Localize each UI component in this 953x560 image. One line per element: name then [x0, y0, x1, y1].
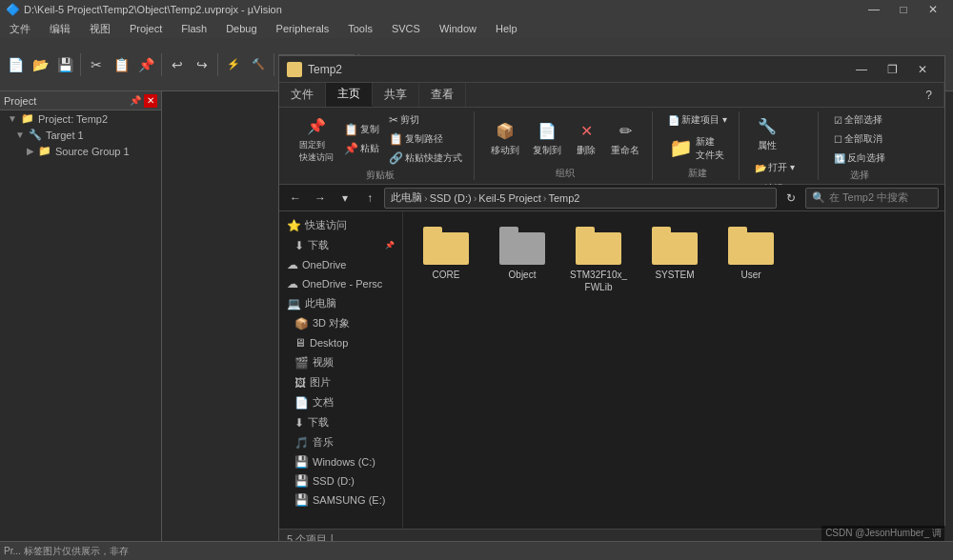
paste-btn-ribbon[interactable]: 📌 粘贴 [340, 140, 383, 157]
cloud-icon: ☁ [287, 277, 298, 290]
folder-body [499, 232, 545, 265]
nav-label: 文档 [313, 395, 334, 410]
copy-icon: 📋 [344, 123, 358, 136]
menu-help[interactable]: Help [490, 23, 523, 34]
paste-btn[interactable]: 📌 [134, 53, 157, 76]
copy-btn[interactable]: 📋 [110, 53, 132, 76]
open-btn[interactable]: 📂 [29, 53, 51, 76]
deselect-icon: ☐ [834, 134, 842, 145]
tree-source-group[interactable]: ▶ 📁 Source Group 1 [0, 143, 161, 159]
move-to-btn[interactable]: 📦 移动到 [486, 116, 524, 160]
menu-peripherals[interactable]: Peripherals [271, 23, 335, 34]
nav-downloads[interactable]: ⬇ 下载 📌 [279, 235, 402, 255]
folder-icon: 📁 [669, 136, 692, 159]
clipboard-buttons: 📌 固定到快速访问 📋 复制 📌 粘贴 [294, 111, 466, 167]
file-grid: CORE Object STM32F10x_FWLib [413, 221, 935, 299]
menu-view[interactable]: 视图 [84, 22, 116, 36]
panel-close-btn[interactable]: ✕ [144, 94, 157, 108]
cut-btn-ribbon[interactable]: ✂ 剪切 [385, 111, 466, 129]
new-file-btn[interactable]: 📄 [4, 53, 27, 76]
nav-windows-c[interactable]: 💾 Windows (C:) [279, 452, 402, 471]
save-btn[interactable]: 💾 [53, 53, 76, 76]
file-item[interactable]: User [718, 221, 784, 299]
menu-edit[interactable]: 编辑 [44, 22, 76, 36]
tree-root[interactable]: ▼ 📁 Project: Temp2 [0, 110, 161, 127]
file-label: SYSTEM [655, 269, 694, 281]
nav-downloads2[interactable]: ⬇ 下载 [279, 412, 402, 432]
select-all-icon: ☑ [834, 115, 842, 126]
rename-btn[interactable]: ✏ 重命名 [606, 116, 644, 160]
ribbon-open-group: 🔧 属性 📂 打开 ▾ ✏ 编辑 🕒 历史记录 [743, 111, 819, 180]
select-all-btn[interactable]: ☑ 全部选择 [830, 111, 886, 129]
open-btn-ribbon[interactable]: 📂 打开 ▾ [751, 159, 799, 176]
expand-arrow: ▼ [8, 113, 17, 124]
file-item[interactable]: Object [489, 221, 556, 299]
cut-btn[interactable]: ✂ [85, 53, 108, 76]
nav-this-pc[interactable]: 💻 此电脑 [279, 293, 402, 313]
new-folder-btn[interactable]: 📁 新建 文件夹 [664, 132, 729, 165]
tab-help[interactable]: ? [914, 83, 944, 107]
clipboard-label: 剪贴板 [366, 169, 395, 182]
tab-view[interactable]: 查看 [419, 83, 466, 107]
picture-icon: 🖼 [294, 376, 306, 390]
tree-target[interactable]: ▼ 🔧 Target 1 [0, 127, 161, 143]
up-btn[interactable]: ↑ [359, 188, 380, 209]
tab-share[interactable]: 共享 [373, 83, 419, 107]
nav-desktop[interactable]: 🖥 Desktop [279, 333, 402, 352]
copy-to-btn[interactable]: 📄 复制到 [528, 116, 566, 160]
paste-shortcut-btn[interactable]: 🔗 粘贴快捷方式 [385, 150, 466, 167]
menu-debug[interactable]: Debug [220, 23, 262, 34]
recent-btn[interactable]: ▾ [335, 188, 355, 209]
nav-music[interactable]: 🎵 音乐 [279, 432, 402, 452]
file-item[interactable]: CORE [413, 221, 479, 299]
nav-quick-access[interactable]: ⭐ 快速访问 [279, 215, 402, 235]
exp-restore-btn[interactable]: ❐ [878, 56, 906, 83]
menu-window[interactable]: Window [434, 23, 482, 34]
nav-documents[interactable]: 📄 文档 [279, 392, 402, 412]
nav-videos[interactable]: 🎬 视频 [279, 352, 402, 372]
menu-svcs[interactable]: SVCS [386, 23, 426, 34]
undo-btn[interactable]: ↩ [166, 53, 189, 76]
properties-btn[interactable]: 🔧 属性 [751, 111, 783, 155]
copy-path-btn[interactable]: 📋 复制路径 [385, 130, 466, 148]
exp-minimize-btn[interactable]: — [847, 56, 876, 83]
docs-icon: 📄 [294, 396, 309, 410]
nav-onedrive[interactable]: ☁ OneDrive [279, 255, 402, 274]
refresh-btn[interactable]: ↻ [781, 188, 801, 209]
pin-btn[interactable]: 📌 固定到快速访问 [294, 111, 338, 167]
3d-icon: 📦 [294, 317, 309, 330]
folder-icon: 📁 [38, 145, 51, 157]
forward-btn[interactable]: → [310, 188, 331, 209]
file-item[interactable]: STM32F10x_FWLib [565, 221, 632, 299]
nav-3d-objects[interactable]: 📦 3D 对象 [279, 313, 402, 333]
copy-btn-ribbon[interactable]: 📋 复制 [340, 121, 383, 138]
address-path[interactable]: 此电脑 › SSD (D:) › Keil-5 Project › Temp2 [384, 188, 777, 209]
search-box[interactable]: 🔍 在 Temp2 中搜索 [805, 188, 939, 209]
redo-btn[interactable]: ↪ [191, 53, 213, 76]
ribbon-tabs: 文件 主页 共享 查看 ? [279, 83, 944, 108]
back-btn[interactable]: ← [285, 188, 306, 209]
nav-onedrive-personal[interactable]: ☁ OneDrive - Persc [279, 274, 402, 293]
file-label: STM32F10x_FWLib [569, 269, 628, 293]
delete-btn[interactable]: ✕ 删除 [570, 116, 602, 160]
build-btn[interactable]: ⚡ [222, 53, 245, 76]
menu-file[interactable]: 文件 [4, 22, 36, 36]
rebuild-btn[interactable]: 🔨 [247, 53, 270, 76]
open-icon: 📂 [755, 163, 766, 173]
copy-to-icon: 📄 [536, 119, 558, 142]
menu-project[interactable]: Project [124, 23, 168, 34]
file-item[interactable]: SYSTEM [641, 221, 708, 299]
deselect-all-btn[interactable]: ☐ 全部取消 [830, 130, 886, 148]
panel-pin-btn[interactable]: 📌 [129, 94, 142, 108]
exp-close-btn[interactable]: ✕ [908, 56, 937, 83]
menu-tools[interactable]: Tools [342, 23, 378, 34]
tab-home[interactable]: 主页 [326, 83, 373, 107]
new-item-btn[interactable]: 📄 新建项目 ▾ [664, 111, 731, 129]
nav-label: 下载 [308, 415, 329, 430]
tab-file[interactable]: 文件 [279, 83, 326, 107]
nav-samsung-e[interactable]: 💾 SAMSUNG (E:) [279, 490, 402, 510]
nav-pictures[interactable]: 🖼 图片 [279, 372, 402, 392]
nav-ssd-d[interactable]: 💾 SSD (D:) [279, 471, 402, 490]
invert-selection-btn[interactable]: 🔃 反向选择 [830, 150, 889, 167]
menu-flash[interactable]: Flash [175, 23, 213, 34]
